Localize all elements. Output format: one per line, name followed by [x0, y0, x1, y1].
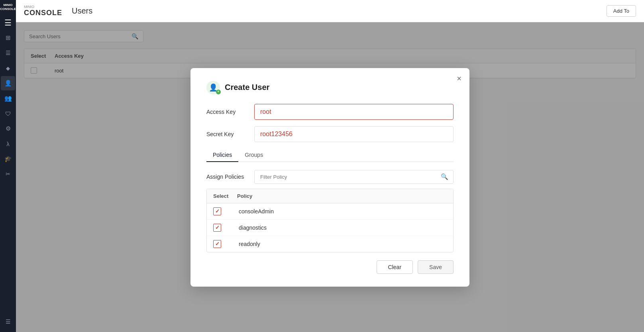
modal-actions: Clear Save [206, 260, 454, 274]
filter-policy-input[interactable] [255, 170, 436, 184]
main-area: MINIO CONSOLE Users Add To 🔍 Select Acce… [16, 0, 644, 332]
modal-overlay: × 👤 + Create User Access Key [16, 22, 644, 332]
page-title: Users [72, 6, 92, 16]
sidebar-icon-object[interactable]: ◆ [1, 61, 15, 75]
sidebar-icon-menu[interactable]: ☰ [1, 16, 15, 30]
sidebar-logo-mini: MINIO [3, 3, 12, 7]
policy-checkbox-0[interactable]: ✓ [213, 207, 221, 215]
content-area: 🔍 Select Access Key root × [16, 22, 644, 332]
policy-name-2: readonly [239, 241, 260, 247]
filter-policy-wrap: 🔍 [254, 170, 454, 184]
assign-policies-label: Assign Policies [206, 174, 254, 180]
secret-key-row: Secret Key [206, 126, 454, 142]
policy-row-2: ✓ readonly [207, 236, 453, 252]
policy-table-header: Select Policy [207, 189, 453, 203]
access-key-input[interactable] [254, 104, 454, 120]
sidebar-icon-dashboard[interactable]: ⊞ [1, 31, 15, 45]
secret-key-input[interactable] [254, 126, 454, 142]
modal-title: Create User [225, 83, 269, 92]
plus-icon: + [217, 90, 219, 94]
sidebar: MINIO CONSOLE ☰ ⊞ ☰ ◆ 👤 👥 🛡 ⚙ λ 🎓 ✂ ☰ [0, 0, 16, 332]
access-key-label: Access Key [206, 109, 254, 115]
sidebar-icon-logs[interactable]: ☰ [1, 314, 15, 329]
policy-col-select-header: Select [213, 193, 237, 199]
topbar-logo-console: CONSOLE [24, 9, 62, 17]
secret-key-label: Secret Key [206, 131, 254, 137]
policy-checkbox-1[interactable]: ✓ [213, 224, 221, 232]
save-button[interactable]: Save [418, 260, 454, 274]
modal-title-row: 👤 + Create User [206, 81, 454, 94]
topbar: MINIO CONSOLE Users Add To [16, 0, 644, 22]
topbar-logo: MINIO CONSOLE [24, 5, 62, 17]
add-user-button[interactable]: Add To [607, 5, 636, 17]
sidebar-icon-groups[interactable]: 👥 [1, 91, 15, 105]
create-user-modal: × 👤 + Create User Access Key [190, 68, 469, 287]
sidebar-icon-list[interactable]: ☰ [1, 46, 15, 60]
policy-row-1: ✓ diagnostics [207, 220, 453, 236]
assign-policies-row: Assign Policies 🔍 [206, 170, 454, 184]
policy-checkbox-2[interactable]: ✓ [213, 240, 221, 248]
sidebar-icon-lambda[interactable]: λ [1, 137, 15, 151]
user-avatar-icon: 👤 + [206, 81, 220, 94]
clear-button[interactable]: Clear [377, 260, 413, 274]
access-key-row: Access Key [206, 104, 454, 120]
sidebar-logo-console: CONSOLE [0, 7, 16, 11]
filter-search-icon: 🔍 [436, 173, 453, 180]
policy-col-name-header: Policy [237, 193, 447, 199]
policy-row-0: ✓ consoleAdmin [207, 203, 453, 220]
policy-table: Select Policy ✓ consoleAdmin ✓ [206, 189, 454, 252]
policy-name-1: diagnostics [239, 225, 267, 231]
policy-name-0: consoleAdmin [239, 208, 274, 215]
add-badge: + [216, 90, 221, 94]
policy-scroll-area[interactable]: ✓ consoleAdmin ✓ diagnostics [207, 203, 453, 252]
modal-tabs: Policies Groups [206, 148, 454, 162]
tab-policies[interactable]: Policies [206, 148, 238, 162]
sidebar-icon-tiering[interactable]: 🎓 [1, 152, 15, 166]
tab-groups[interactable]: Groups [238, 148, 269, 162]
sidebar-logo: MINIO CONSOLE [0, 3, 16, 11]
sidebar-icon-tools[interactable]: ✂ [1, 167, 15, 181]
sidebar-icon-users[interactable]: 👤 [1, 76, 15, 90]
sidebar-icon-settings[interactable]: ⚙ [1, 121, 15, 136]
sidebar-icon-policies[interactable]: 🛡 [1, 106, 15, 121]
modal-close-button[interactable]: × [457, 74, 461, 82]
